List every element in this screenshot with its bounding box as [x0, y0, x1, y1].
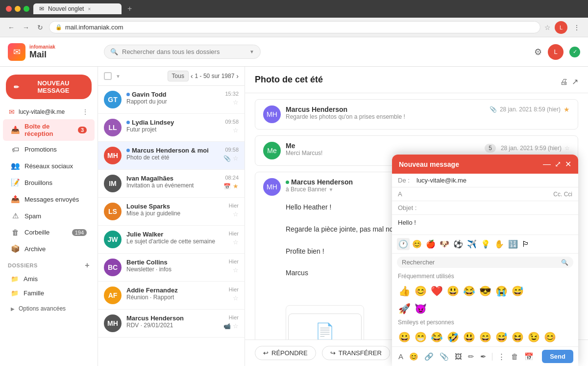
- search-dropdown-icon[interactable]: ▼: [249, 49, 254, 54]
- new-message-btn[interactable]: ✏ NOUVEAU MESSAGE: [6, 75, 92, 99]
- signature-btn[interactable]: ✒: [479, 351, 488, 363]
- subject-input[interactable]: [420, 204, 572, 211]
- emoji-tab-objects[interactable]: 💡: [479, 238, 492, 250]
- emoji-tab-travel[interactable]: ✈️: [466, 238, 478, 250]
- user-avatar[interactable]: L: [548, 44, 564, 60]
- print-btn[interactable]: 🖨: [560, 78, 568, 86]
- star-icon[interactable]: ☆: [233, 266, 239, 274]
- add-folder-btn[interactable]: +: [85, 261, 90, 270]
- sidebar-item-archive[interactable]: 📦 Archive: [3, 241, 95, 257]
- link-btn[interactable]: 🔗: [423, 351, 435, 363]
- emoji-tab-flags[interactable]: 🔢: [507, 238, 519, 250]
- forward-action-btn[interactable]: ↪ TRANSFÉRER: [322, 346, 390, 360]
- refresh-btn[interactable]: ↻: [35, 22, 45, 33]
- more-options-btn[interactable]: ⋮: [496, 351, 507, 363]
- sidebar-item-sent[interactable]: 📤 Messages envoyés: [3, 191, 95, 207]
- email-item[interactable]: MH Marcus Henderson RDV · 29/01/2021 Hie…: [98, 310, 245, 338]
- emoji-item[interactable]: 😆: [510, 330, 525, 344]
- emoji-item[interactable]: 😄: [478, 330, 493, 344]
- search-input[interactable]: [122, 48, 245, 55]
- emoji-item[interactable]: 😁: [413, 330, 428, 344]
- email-item[interactable]: MH Marcus Henderson & moi Photo de cet é…: [98, 142, 245, 170]
- sidebar-item-promotions[interactable]: 🏷 Promotions: [3, 142, 95, 157]
- star-icon[interactable]: ☆: [233, 210, 239, 218]
- browser-profile-btn[interactable]: L: [555, 21, 567, 34]
- emoji-item[interactable]: 🚀: [397, 301, 412, 316]
- emoji-item[interactable]: 😎: [478, 284, 493, 298]
- next-page-btn[interactable]: ›: [236, 72, 239, 80]
- prev-page-btn[interactable]: ‹: [191, 72, 193, 80]
- to-expand-btn[interactable]: ▼: [328, 187, 333, 192]
- filter-btn[interactable]: Tous: [168, 71, 189, 81]
- settings-btn[interactable]: ⚙: [534, 47, 542, 57]
- compose-expand-btn[interactable]: ⤢: [555, 159, 561, 169]
- emoji-item[interactable]: 👍: [397, 284, 412, 298]
- sidebar-item-trash[interactable]: 🗑 Corbeille 194: [3, 225, 95, 240]
- star-icon[interactable]: ☆: [233, 155, 239, 162]
- email-item[interactable]: JW Julie Walker Le sujet d'article de ce…: [98, 226, 245, 254]
- minimize-window-btn[interactable]: [15, 6, 21, 12]
- emoji-item[interactable]: 😀: [397, 330, 412, 344]
- emoji-item[interactable]: 😃: [462, 330, 477, 344]
- star-icon[interactable]: ☆: [233, 127, 239, 134]
- emoji-item[interactable]: 😅: [494, 330, 509, 344]
- compose-body[interactable]: Hello !: [392, 215, 578, 235]
- star-icon[interactable]: ☆: [233, 294, 239, 302]
- emoji-item[interactable]: 😂: [429, 330, 444, 344]
- schedule-btn[interactable]: 📅: [523, 351, 535, 363]
- emoji-search-input[interactable]: [402, 259, 558, 266]
- tab-close-btn[interactable]: ×: [88, 6, 91, 12]
- active-tab[interactable]: ✉ Nouvel onglet ×: [33, 3, 122, 14]
- email-item[interactable]: AF Addie Fernandez Réunion · Rapport Hie…: [98, 282, 245, 310]
- sidebar-item-inbox[interactable]: 📥 Boîte de réception 3: [3, 119, 95, 141]
- sidebar-item-social[interactable]: 👥 Réseaux sociaux: [3, 158, 95, 174]
- emoji-tab-nature[interactable]: 🍎: [424, 238, 437, 250]
- select-all-checkbox[interactable]: [104, 72, 112, 80]
- emoji-item[interactable]: 😅: [510, 284, 525, 298]
- new-tab-btn[interactable]: +: [127, 4, 132, 13]
- email-item[interactable]: GT Gavin Todd Rapport du jour 15:32 ☆: [98, 86, 245, 114]
- reply-action-btn[interactable]: ↩ RÉPONDRE: [255, 346, 316, 360]
- emoji-tab-animals[interactable]: 🐶: [438, 238, 451, 250]
- emoji-item[interactable]: ❤️: [429, 284, 444, 298]
- compose-minimize-btn[interactable]: —: [543, 159, 551, 169]
- address-bar[interactable]: 🔒 mail.infomaniak.com: [49, 21, 540, 33]
- emoji-item[interactable]: 😉: [526, 330, 541, 344]
- sidebar-item-drafts[interactable]: 📝 Brouillons: [3, 175, 95, 190]
- search-bar[interactable]: 🔍 ▼: [104, 45, 261, 59]
- compose-close-btn[interactable]: ✕: [565, 159, 571, 169]
- open-external-btn[interactable]: ↗: [572, 77, 578, 86]
- email-item[interactable]: LS Louise Sparks Mise à jour guideline H…: [98, 198, 245, 226]
- emoji-item[interactable]: 😃: [445, 284, 461, 298]
- sidebar-account[interactable]: ✉ lucy-vitale@ik.me ⋮: [3, 105, 95, 119]
- attachment-btn[interactable]: 📎: [438, 351, 450, 363]
- emoji-tab-custom[interactable]: 🏳: [520, 238, 531, 250]
- back-btn[interactable]: ←: [6, 22, 17, 33]
- image-btn[interactable]: 🖼: [453, 351, 464, 362]
- emoji-tab-smileys[interactable]: 😊: [411, 238, 423, 250]
- format-btn[interactable]: A: [397, 351, 405, 362]
- cc-bcc-btn[interactable]: Cc. Cci: [553, 191, 572, 198]
- close-window-btn[interactable]: [6, 6, 12, 12]
- emoji-btn[interactable]: 😊: [408, 351, 420, 363]
- sidebar-item-spam[interactable]: ⚠ Spam: [3, 208, 95, 224]
- forward-btn[interactable]: →: [21, 22, 31, 33]
- star-icon[interactable]: ☆: [233, 99, 239, 106]
- sort-dropdown-icon[interactable]: ▼: [116, 74, 121, 79]
- send-btn[interactable]: Send: [542, 350, 573, 363]
- delete-draft-btn[interactable]: 🗑: [510, 351, 520, 362]
- to-input[interactable]: [416, 190, 549, 198]
- star-btn[interactable]: ★: [564, 105, 570, 113]
- star-btn[interactable]: ☆: [564, 145, 570, 152]
- email-item[interactable]: LL Lydia Lindsey Futur projet 09:58 ☆: [98, 114, 245, 142]
- message-card[interactable]: MH Marcus Henderson Regarde les photos q…: [255, 99, 578, 130]
- options-item[interactable]: ▶ Options avancées: [3, 302, 95, 315]
- extensions-btn[interactable]: ⋮: [571, 22, 582, 33]
- folder-item-amis[interactable]: 📁 Amis: [3, 272, 95, 286]
- emoji-tab-recent[interactable]: 🕐: [397, 238, 410, 250]
- emoji-tab-symbols[interactable]: ✋: [493, 238, 506, 250]
- emoji-item[interactable]: 😭: [494, 284, 509, 298]
- star-icon[interactable]: ☆: [233, 322, 239, 330]
- draw-btn[interactable]: ✏: [466, 351, 476, 363]
- emoji-item[interactable]: 😂: [462, 284, 477, 298]
